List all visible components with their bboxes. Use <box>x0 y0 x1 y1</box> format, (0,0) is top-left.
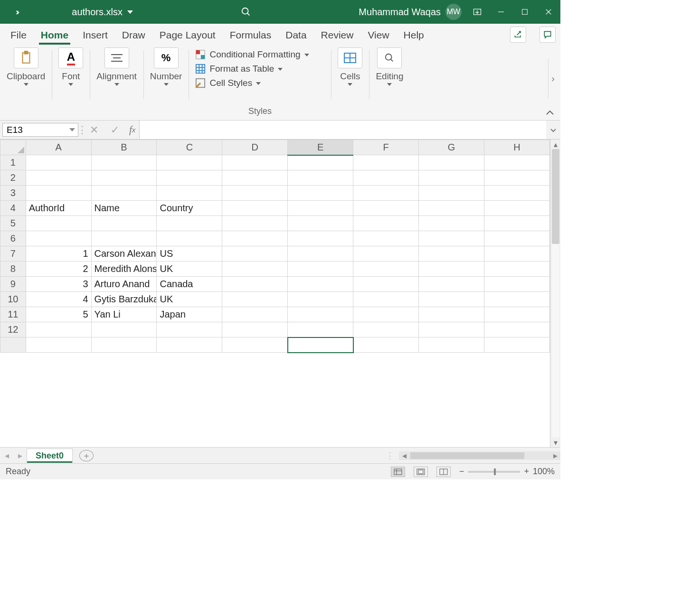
cell-E8[interactable] <box>288 262 353 277</box>
page-layout-view-button[interactable] <box>414 467 428 477</box>
tab-review[interactable]: Review <box>319 27 356 45</box>
cell-E9[interactable] <box>288 277 353 292</box>
ribbon-group-alignment[interactable]: Alignment <box>90 45 143 120</box>
zoom-in-button[interactable]: + <box>524 467 529 477</box>
column-header-D[interactable]: D <box>222 140 288 155</box>
quick-access-overflow[interactable]: ›› <box>0 7 33 17</box>
cell-A8[interactable]: 2 <box>26 262 91 277</box>
cell-G13[interactable] <box>419 337 484 353</box>
row-header-4[interactable]: 4 <box>0 201 26 216</box>
cell-B6[interactable] <box>91 231 157 246</box>
cell-B3[interactable] <box>91 186 157 201</box>
row-header-10[interactable]: 10 <box>0 292 26 307</box>
cell-F2[interactable] <box>353 170 419 186</box>
cell-G5[interactable] <box>419 216 484 231</box>
cell-D1[interactable] <box>222 155 288 170</box>
column-header-E[interactable]: E <box>288 140 353 155</box>
row-header-5[interactable]: 5 <box>0 216 26 231</box>
cell-H4[interactable] <box>484 201 549 216</box>
cell-D8[interactable] <box>222 262 288 277</box>
cell-D2[interactable] <box>222 170 288 186</box>
cell-E5[interactable] <box>288 216 353 231</box>
row-header-13[interactable] <box>0 337 26 353</box>
cell-E10[interactable] <box>288 292 353 307</box>
cell-D13[interactable] <box>222 337 288 353</box>
cell-F13[interactable] <box>353 337 419 353</box>
row-header-9[interactable]: 9 <box>0 277 26 292</box>
cell-E7[interactable] <box>288 246 353 262</box>
cell-E2[interactable] <box>288 170 353 186</box>
cell-B7[interactable]: Carson Alexander <box>91 246 157 262</box>
cell-A5[interactable] <box>26 216 91 231</box>
cell-B12[interactable] <box>91 322 157 337</box>
cell-F8[interactable] <box>353 262 419 277</box>
ribbon-mode-button[interactable] <box>465 0 489 24</box>
column-header-A[interactable]: A <box>26 140 91 155</box>
cell-D3[interactable] <box>222 186 288 201</box>
cell-G6[interactable] <box>419 231 484 246</box>
cell-A4[interactable]: AuthorId <box>26 201 91 216</box>
scrollbar-thumb[interactable] <box>410 452 524 459</box>
cell-E4[interactable] <box>288 201 353 216</box>
cell-A2[interactable] <box>26 170 91 186</box>
cell-A13[interactable] <box>26 337 91 353</box>
cell-B10[interactable]: Gytis Barzdukas <box>91 292 157 307</box>
row-header-12[interactable]: 12 <box>0 322 26 337</box>
column-header-C[interactable]: C <box>157 140 222 155</box>
cell-H11[interactable] <box>484 307 549 322</box>
sheet-tab[interactable]: Sheet0 <box>27 449 73 463</box>
select-all-button[interactable] <box>0 140 26 155</box>
cell-C13[interactable] <box>157 337 222 353</box>
cell-G9[interactable] <box>419 277 484 292</box>
document-title[interactable]: authors.xlsx <box>33 7 133 18</box>
cell-A1[interactable] <box>26 155 91 170</box>
cell-H1[interactable] <box>484 155 549 170</box>
cell-A11[interactable]: 5 <box>26 307 91 322</box>
cell-B2[interactable] <box>91 170 157 186</box>
tab-help[interactable]: Help <box>402 27 426 45</box>
scroll-left-icon[interactable]: ◂ <box>399 451 409 460</box>
cell-C6[interactable] <box>157 231 222 246</box>
tab-data[interactable]: Data <box>284 27 308 45</box>
cell-D12[interactable] <box>222 322 288 337</box>
tab-file[interactable]: File <box>9 27 28 45</box>
search-button[interactable] <box>133 7 359 17</box>
maximize-button[interactable] <box>513 0 537 24</box>
scroll-up-icon[interactable]: ▴ <box>552 140 559 149</box>
tab-draw[interactable]: Draw <box>120 27 147 45</box>
cell-B1[interactable] <box>91 155 157 170</box>
row-header-2[interactable]: 2 <box>0 170 26 186</box>
share-button[interactable] <box>510 27 526 43</box>
zoom-control[interactable]: − + 100% <box>459 467 555 477</box>
expand-formula-bar-button[interactable] <box>546 121 560 139</box>
cell-D5[interactable] <box>222 216 288 231</box>
cell-G12[interactable] <box>419 322 484 337</box>
cell-F12[interactable] <box>353 322 419 337</box>
ribbon-group-number[interactable]: % Number <box>143 45 189 120</box>
cell-E6[interactable] <box>288 231 353 246</box>
cell-F1[interactable] <box>353 155 419 170</box>
cell-G8[interactable] <box>419 262 484 277</box>
cell-C8[interactable]: UK <box>157 262 222 277</box>
column-header-F[interactable]: F <box>353 140 419 155</box>
next-sheet-button[interactable]: ▸ <box>13 450 27 461</box>
cell-E3[interactable] <box>288 186 353 201</box>
cell-D9[interactable] <box>222 277 288 292</box>
row-header-8[interactable]: 8 <box>0 262 26 277</box>
cell-F10[interactable] <box>353 292 419 307</box>
cell-A10[interactable]: 4 <box>26 292 91 307</box>
cell-A9[interactable]: 3 <box>26 277 91 292</box>
cell-F7[interactable] <box>353 246 419 262</box>
cell-C1[interactable] <box>157 155 222 170</box>
cell-F5[interactable] <box>353 216 419 231</box>
cell-F6[interactable] <box>353 231 419 246</box>
cell-E1[interactable] <box>288 155 353 170</box>
name-box[interactable]: E13 <box>2 123 78 137</box>
cell-C3[interactable] <box>157 186 222 201</box>
formula-input[interactable] <box>140 121 546 139</box>
cell-styles-button[interactable]: Cell Styles <box>195 76 261 90</box>
close-button[interactable] <box>537 0 560 24</box>
cell-E12[interactable] <box>288 322 353 337</box>
scroll-down-icon[interactable]: ▾ <box>552 438 559 447</box>
cell-H13[interactable] <box>484 337 549 353</box>
